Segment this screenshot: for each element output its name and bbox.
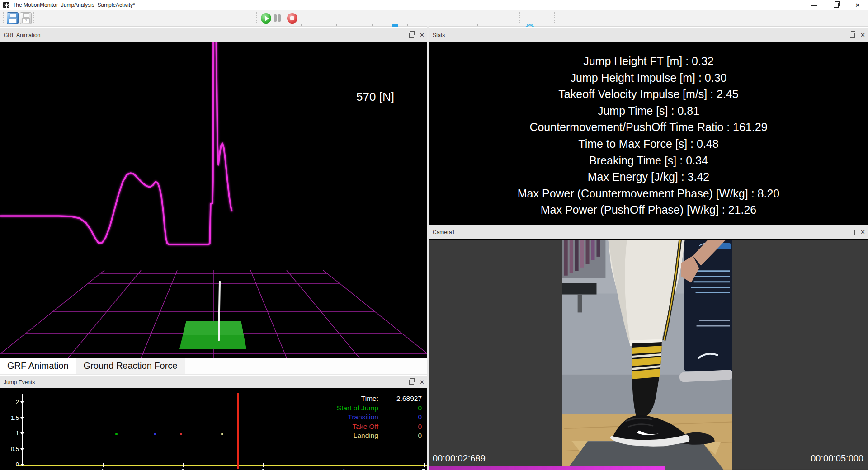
stat-metric: Max Power (Countermovement Phase) [W/kg]… [429,185,868,202]
grf-curve [0,42,232,244]
x-tick-label: 3 [259,467,268,470]
time-cursor-line[interactable] [237,393,239,469]
x-tick [263,463,264,467]
video-current-time: 00:00:02:689 [433,453,486,464]
save-icon[interactable] [7,12,19,24]
window-blinds [562,240,606,278]
toolbar-drag-handle[interactable] [256,12,258,24]
video-progress-bar[interactable] [429,466,665,470]
y-tick-arrow [20,432,24,435]
jump-events-caption: Jump Events ✕ [0,375,427,389]
legend-row-landing: Landing0 [253,432,422,440]
camera-title: Camera1 [433,225,455,240]
legend-row-start-of-jump: Start of Jump0 [253,404,422,413]
title-bar: The MotionMonitor_JumpAnalysis_SampleAct… [0,0,868,10]
toolbar: ? ⚙ [0,10,868,27]
tab-grf-animation[interactable]: GRF Animation [0,358,76,374]
grf-panel-title: GRF Animation [4,28,40,42]
restore-icon [834,3,839,8]
slider-tick [372,24,373,26]
jump-events-title: Jump Events [4,376,35,389]
x-tick-label: 1 [98,467,107,470]
x-tick [424,463,425,467]
toolbar-drag-handle[interactable] [519,12,521,24]
stat-metric: Takeoff Velocity Impulse [m/s] : 2.45 [429,86,868,103]
slider-tick [336,24,337,26]
table-edge [562,283,597,295]
float-panel-icon[interactable] [850,33,855,38]
stat-metric: Jump Time [s] : 0.81 [429,103,868,119]
x-tick-label: 5 [419,467,427,470]
toolbar-drag-handle[interactable] [99,12,101,24]
float-panel-icon[interactable] [850,230,855,235]
x-tick [103,463,104,467]
minimize-button[interactable]: — [807,0,822,10]
stat-metric: Time to Max Force [s] : 0.48 [429,136,868,152]
tab-ground-reaction-force[interactable]: Ground Reaction Force [76,358,185,374]
y-tick-arrow [20,448,24,451]
stat-metric: Jump Height Impulse [m] : 0.30 [429,70,868,86]
x-axis [17,465,427,466]
y-tick-label: 1.5 [5,414,19,421]
play-button[interactable] [261,13,271,24]
y-tick-arrow [20,401,24,404]
x-tick [344,463,344,467]
y-axis [22,394,23,466]
pause-button[interactable] [273,14,281,22]
event-dot-landing [221,433,223,435]
float-panel-icon[interactable] [409,33,414,38]
force-value-label: 570 [N] [335,90,416,104]
y-tick-label: 0 [5,461,19,468]
y-tick-label: 2 [5,399,19,405]
x-tick-label: 2 [179,467,188,470]
close-panel-icon[interactable]: ✕ [420,380,425,385]
video-end-time: 00:00:05:000 [811,453,863,464]
x-tick-label: 4 [339,467,348,470]
toolbar-drag-handle[interactable] [3,12,5,24]
record-button[interactable] [287,13,297,24]
stats-title: Stats [433,28,445,42]
app-icon [3,2,9,8]
jump-events-chart: 21.510.5012345 Time:2.68927Start of Jump… [0,388,427,470]
x-tick [183,463,184,467]
slider-tick [477,24,478,26]
event-dot-start-of-jump [115,433,118,435]
close-panel-icon[interactable]: ✕ [860,33,865,38]
legend-row-time-: Time:2.68927 [253,395,422,403]
slider-tick [443,24,443,26]
stat-metric: Jump Height FT [m] : 0.32 [429,53,868,70]
camera-video-frame [429,239,868,470]
close-panel-icon[interactable]: ✕ [860,230,865,235]
stat-metric: Max Energy [J/kg] : 3.42 [429,169,868,185]
slider-tick [407,24,408,26]
toolbar-drag-handle[interactable] [554,12,557,24]
legend-row-transition: Transition0 [253,413,422,422]
y-tick-label: 0.5 [5,446,19,452]
grf-3d-scene [0,42,427,358]
stats-caption: Stats ✕ [429,27,868,43]
camera-caption: Camera1 ✕ [429,225,868,240]
close-button[interactable]: ✕ [850,0,865,10]
stat-metric: Countermovement/PushOff Time Ratio : 161… [429,119,868,136]
save-as-icon[interactable]: ? [20,12,32,24]
stat-metric: Max Power (PushOff Phase) [W/kg] : 21.26 [429,202,868,218]
toolbar-drag-handle[interactable] [33,12,36,24]
slider-tick [301,24,302,26]
video-content [562,240,734,470]
float-panel-icon[interactable] [409,380,414,385]
event-dot-transition [154,433,156,435]
y-tick-arrow [20,464,24,466]
force-vector-line [219,282,220,340]
toolbar-drag-handle[interactable] [481,12,483,24]
close-panel-icon[interactable]: ✕ [420,33,425,38]
grf-tab-bar: GRF AnimationGround Reaction Force [0,358,427,374]
stat-metric: Breaking Time [s] : 0.34 [429,152,868,169]
restore-button[interactable] [828,0,844,10]
camera-video-view: 00:00:02:689 00:00:05:000 [429,239,868,470]
event-dot-take-off [180,433,182,435]
y-tick-label: 1 [5,430,19,437]
grf-animation-view: 570 [N] [0,42,427,358]
y-tick-arrow [20,417,24,420]
window-title: The MotionMonitor_JumpAnalysis_SampleAct… [13,0,135,10]
stats-panel: Jump Height FT [m] : 0.32Jump Height Imp… [429,42,868,225]
